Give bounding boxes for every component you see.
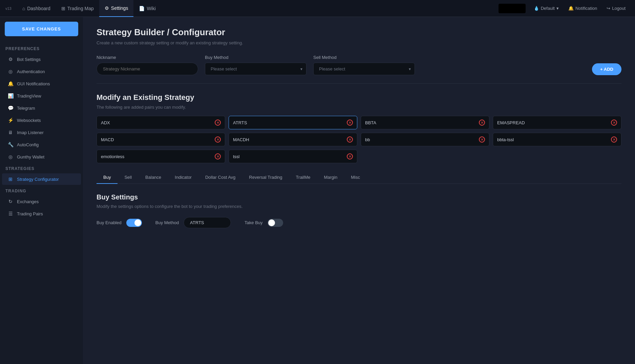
strategy-tag-bbta-tssl[interactable]: bbta-tssl ✕: [493, 133, 621, 146]
sidebar-item-gui-notifications[interactable]: 🔔 GUI Notifications: [2, 78, 81, 89]
sidebar-label-bot-settings: Bot Settings: [17, 57, 41, 62]
sidebar-item-trading-pairs[interactable]: ☰ Trading Pairs: [2, 208, 81, 219]
nav-settings[interactable]: ⚙ Settings: [99, 0, 134, 17]
nav-dashboard[interactable]: ⌂ Dashboard: [17, 0, 56, 17]
buy-method-label: Buy Method: [205, 55, 306, 60]
nickname-input[interactable]: [97, 63, 198, 75]
tab-trailme[interactable]: TrailMe: [289, 171, 317, 184]
sidebar-item-gunthy-wallet[interactable]: ◎ Gunthy Wallet: [2, 151, 81, 163]
preferences-section-label: Preferences: [0, 43, 83, 53]
tag-label-emaspread: EMASPREAD: [497, 120, 525, 125]
default-dropdown[interactable]: 💧 Default ▾: [530, 4, 563, 13]
take-buy-field: Take Buy: [245, 219, 283, 227]
sidebar-label-authentication: Authentication: [17, 69, 45, 74]
tab-misc-label: Misc: [351, 175, 360, 180]
tag-label-adx: ADX: [101, 120, 110, 125]
strategies-section-label: Strategies: [0, 163, 83, 173]
sidebar-item-imap-listener[interactable]: 🖥 Imap Listener: [2, 127, 81, 138]
strategy-tag-atrts[interactable]: ATRTS ✕: [229, 116, 357, 129]
tab-sell[interactable]: Sell: [118, 171, 139, 184]
toggle-knob-buy-enabled: [134, 219, 141, 226]
remove-bb-button[interactable]: ✕: [479, 136, 485, 143]
nav-settings-label: Settings: [111, 5, 128, 11]
modify-section-title: Modify an Existing Strategy: [97, 93, 621, 102]
buy-enabled-field: Buy Enabled: [97, 219, 142, 227]
strategy-tag-bb[interactable]: bb ✕: [361, 133, 489, 146]
remove-bbta-tssl-button[interactable]: ✕: [611, 136, 617, 143]
sidebar-label-gunthy-wallet: Gunthy Wallet: [17, 154, 44, 159]
save-changes-button[interactable]: SAVE CHANGES: [5, 22, 78, 36]
nav-wiki[interactable]: 📄 Wiki: [133, 0, 161, 17]
sidebar-item-bot-settings[interactable]: ⚙ Bot Settings: [2, 53, 81, 65]
remove-adx-button[interactable]: ✕: [215, 120, 221, 126]
remove-emotionless-button[interactable]: ✕: [215, 153, 221, 159]
take-buy-toggle[interactable]: [268, 219, 283, 227]
default-label: Default: [541, 6, 555, 11]
tab-margin[interactable]: Margin: [317, 171, 344, 184]
buy-method-settings-input[interactable]: [184, 217, 231, 228]
strategy-tag-bbta[interactable]: BBTA ✕: [361, 116, 489, 129]
strategy-tag-macd[interactable]: MACD ✕: [97, 133, 225, 146]
wiki-icon: 📄: [139, 6, 145, 11]
lightning-icon: ⚡: [7, 117, 14, 123]
sidebar-item-telegram[interactable]: 💬 Telegram: [2, 102, 81, 114]
logout-label: Logout: [612, 6, 626, 11]
buy-settings-row: Buy Enabled Buy Method Take Buy: [97, 217, 621, 228]
sidebar-item-autoconfig[interactable]: 🔧 AutoConfig: [2, 139, 81, 150]
tab-reversal-trading[interactable]: Reversal Trading: [242, 171, 289, 184]
tab-misc[interactable]: Misc: [344, 171, 367, 184]
tab-buy[interactable]: Buy: [97, 171, 118, 184]
remove-tssl-button[interactable]: ✕: [347, 153, 353, 159]
main-content: Strategy Builder / Configurator Create a…: [83, 17, 635, 364]
home-icon: ⌂: [22, 6, 25, 11]
tag-label-bbta-tssl: bbta-tssl: [497, 137, 514, 142]
circle-icon: ◎: [7, 69, 14, 74]
sidebar-item-websockets[interactable]: ⚡ Websockets: [2, 114, 81, 126]
remove-macdh-button[interactable]: ✕: [347, 136, 353, 143]
buy-method-select[interactable]: Please select: [205, 63, 306, 75]
strategy-tag-emotionless[interactable]: emotionless ✕: [97, 150, 225, 163]
buy-enabled-toggle[interactable]: [126, 219, 142, 227]
sidebar-label-imap-listener: Imap Listener: [17, 130, 44, 135]
remove-bbta-button[interactable]: ✕: [479, 120, 485, 126]
sell-method-group: Sell Method Please select: [313, 55, 415, 75]
modify-section-subtitle: The following are added pairs you can mo…: [97, 105, 621, 110]
tab-dollar-cost-avg[interactable]: Dollar Cost Avg: [198, 171, 242, 184]
nickname-label: Nickname: [97, 55, 198, 60]
tab-trailme-label: TrailMe: [296, 175, 311, 180]
sidebar-item-tradingview[interactable]: 📊 TradingView: [2, 90, 81, 102]
tab-balance[interactable]: Balance: [139, 171, 168, 184]
remove-emaspread-button[interactable]: ✕: [611, 120, 617, 126]
strategy-tag-adx[interactable]: ADX ✕: [97, 116, 225, 129]
sidebar-item-strategy-configurator[interactable]: ⊞ Strategy Configurator: [2, 173, 81, 185]
tab-balance-label: Balance: [145, 175, 161, 180]
logout-icon: ↪: [607, 6, 610, 11]
buy-method-select-wrapper: Please select: [205, 63, 306, 75]
sell-method-select[interactable]: Please select: [313, 63, 415, 75]
tab-indicator-label: Indicator: [175, 175, 192, 180]
wrench-icon: 🔧: [7, 142, 14, 147]
strategy-tag-emaspread[interactable]: EMASPREAD ✕: [493, 116, 621, 129]
buy-method-field: Buy Method: [155, 217, 231, 228]
strategy-tag-tssl[interactable]: tssl ✕: [229, 150, 357, 163]
page-subtitle: Create a new custom strategy setting or …: [97, 40, 621, 45]
nav-dashboard-label: Dashboard: [27, 6, 50, 11]
water-drop-icon: 💧: [534, 6, 539, 11]
buy-enabled-label: Buy Enabled: [97, 220, 122, 225]
version-label: v13: [5, 6, 12, 10]
tab-indicator[interactable]: Indicator: [168, 171, 198, 184]
add-strategy-button[interactable]: + ADD: [592, 63, 621, 75]
nav-trading-map[interactable]: ⊞ Trading Map: [56, 0, 99, 17]
strategy-form-row: Nickname Buy Method Please select Sell M…: [97, 55, 621, 75]
list-icon: ☰: [7, 211, 14, 216]
strategy-tag-macdh[interactable]: MACDH ✕: [229, 133, 357, 146]
sidebar-label-autoconfig: AutoConfig: [17, 142, 39, 147]
bell-icon: 🔔: [568, 6, 574, 11]
logout-btn[interactable]: ↪ Logout: [602, 4, 630, 13]
topnav-right: 💧 Default ▾ 🔔 Notification ↪ Logout: [499, 4, 630, 13]
sidebar-item-authentication[interactable]: ◎ Authentication: [2, 66, 81, 77]
remove-atrts-button[interactable]: ✕: [347, 120, 353, 126]
sidebar-item-exchanges[interactable]: ↻ Exchanges: [2, 196, 81, 207]
notification-btn[interactable]: 🔔 Notification: [564, 4, 601, 13]
remove-macd-button[interactable]: ✕: [215, 136, 221, 143]
